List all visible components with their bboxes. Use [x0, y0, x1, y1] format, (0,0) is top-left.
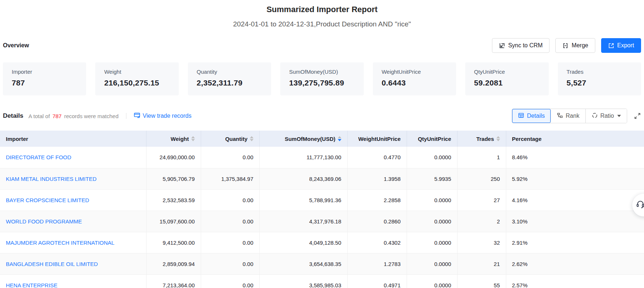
- importer-link[interactable]: WORLD FOOD PROGRAMME: [6, 218, 82, 225]
- sync-to-crm-button[interactable]: Sync to CRM: [492, 38, 549, 53]
- qty-unit-price-cell: 0.0000: [407, 232, 457, 253]
- sort-control-weight[interactable]: [191, 136, 195, 141]
- merge-button[interactable]: Merge: [555, 38, 595, 53]
- importer-link[interactable]: KIAM METAL INDUSTRIES LIMITED: [6, 176, 97, 182]
- weight-cell: 9,412,500.00: [146, 232, 201, 253]
- card-value: 2,352,311.79: [197, 79, 262, 87]
- percentage-cell: 2.57%: [506, 274, 644, 288]
- merge-label: Merge: [571, 42, 588, 49]
- importer-link[interactable]: BAYER CROPSCIENCE LIMITED: [6, 197, 89, 203]
- overview-card-quantity: Quantity 2,352,311.79: [188, 62, 271, 95]
- table-header-row: Importer Weight Quantity SumOfMoney(USD)…: [0, 131, 644, 147]
- report-actions: Sync to CRM Merge Export: [492, 38, 641, 53]
- quantity-cell: 0.00: [201, 189, 259, 211]
- overview-section-title: Overview: [3, 42, 29, 49]
- card-value: 139,275,795.89: [289, 79, 355, 87]
- report-subtitle: 2024-01-01 to 2024-12-31,Product Descrip…: [0, 20, 644, 29]
- column-label: Weight: [171, 136, 189, 142]
- export-button[interactable]: Export: [601, 38, 641, 53]
- card-label: Quantity: [197, 69, 262, 75]
- sum-of-money-cell: 8,243,369.06: [259, 168, 347, 189]
- weight-unit-price-cell: 1.2783: [347, 253, 407, 274]
- quantity-cell: 0.00: [201, 147, 259, 168]
- percentage-cell: 4.16%: [506, 189, 644, 211]
- view-trade-records-link[interactable]: View trade records: [134, 112, 192, 120]
- overview-card-importer: Importer 787: [3, 62, 86, 95]
- weight-cell: 7,213,364.00: [146, 274, 201, 288]
- card-label: Trades: [567, 69, 632, 75]
- view-switcher: Details Rank Ratio: [512, 109, 627, 123]
- sum-of-money-cell: 11,777,130.00: [259, 147, 347, 168]
- overview-card-qty-unit-price: QtyUnitPrice 59.2081: [465, 62, 548, 95]
- sum-of-money-cell: 3,654,638.35: [259, 253, 347, 274]
- fullscreen-button[interactable]: [634, 112, 641, 120]
- details-toolbar-right: Details Rank Ratio: [512, 109, 641, 123]
- importer-link[interactable]: DIRECTORATE OF FOOD: [6, 154, 71, 160]
- view-details-label: Details: [527, 113, 545, 119]
- table-row: DIRECTORATE OF FOOD 24,690,000.00 0.00 1…: [0, 147, 644, 168]
- column-header-percentage: Percentage: [506, 131, 644, 147]
- importer-link[interactable]: HENA ENTERPRISE: [6, 282, 58, 288]
- weight-cell: 2,859,009.94: [146, 253, 201, 274]
- table-row: HENA ENTERPRISE 7,213,364.00 0.00 3,585,…: [0, 274, 644, 288]
- column-header-weight: Weight: [146, 131, 201, 147]
- quantity-cell: 0.00: [201, 274, 259, 288]
- view-rank-button[interactable]: Rank: [551, 109, 585, 123]
- trades-cell: 1: [457, 147, 506, 168]
- percentage-cell: 3.10%: [506, 211, 644, 232]
- table-row: MAJUMDER AGROTECH INTERNATIONAL 9,412,50…: [0, 232, 644, 253]
- card-label: QtyUnitPrice: [474, 69, 540, 75]
- card-value: 59.2081: [474, 79, 540, 87]
- column-label: Trades: [476, 136, 494, 142]
- overview-toolbar: Overview Sync to CRM Merge: [3, 38, 641, 53]
- view-trade-records-label: View trade records: [143, 113, 192, 119]
- quantity-cell: 1,375,384.97: [201, 168, 259, 189]
- view-rank-label: Rank: [566, 113, 579, 119]
- details-toolbar: Details A total of 787 records were matc…: [3, 109, 641, 123]
- card-label: WeightUnitPrice: [382, 69, 447, 75]
- column-header-trades: Trades: [457, 131, 506, 147]
- table-row: BAYER CROPSCIENCE LIMITED 2,532,583.59 0…: [0, 189, 644, 211]
- ratio-view-icon: [592, 112, 598, 120]
- column-label: Quantity: [225, 136, 248, 142]
- weight-unit-price-cell: 0.2860: [347, 211, 407, 232]
- match-summary: A total of 787 records were matched: [29, 113, 119, 119]
- quantity-cell: 0.00: [201, 253, 259, 274]
- sync-to-crm-icon: [499, 43, 505, 49]
- sort-control-trades[interactable]: [496, 136, 500, 141]
- chevron-down-icon: [617, 115, 621, 117]
- sort-control-quantity[interactable]: [250, 136, 253, 141]
- sum-of-money-cell: 4,317,976.18: [259, 211, 347, 232]
- trades-cell: 250: [457, 168, 506, 189]
- quantity-cell: 0.00: [201, 211, 259, 232]
- card-value: 5,527: [567, 79, 632, 87]
- weight-cell: 24,690,000.00: [146, 147, 201, 168]
- view-details-button[interactable]: Details: [512, 109, 551, 123]
- weight-cell: 2,532,583.59: [146, 189, 201, 211]
- table-row: KIAM METAL INDUSTRIES LIMITED 5,905,706.…: [0, 168, 644, 189]
- card-label: Importer: [12, 69, 77, 75]
- qty-unit-price-cell: 0.0000: [407, 253, 457, 274]
- overview-cards: Importer 787 Weight 216,150,275.15 Quant…: [3, 62, 641, 95]
- qty-unit-price-cell: 5.9935: [407, 168, 457, 189]
- page-title: Summarized Importer Report: [0, 4, 644, 15]
- overview-card-trades: Trades 5,527: [558, 62, 641, 95]
- details-toolbar-left: Details A total of 787 records were matc…: [3, 112, 192, 120]
- importer-link[interactable]: BANGLADESH EDIBLE OIL LIMITED: [6, 261, 98, 267]
- card-value: 787: [12, 79, 77, 87]
- view-ratio-button[interactable]: Ratio: [586, 109, 627, 123]
- column-header-importer: Importer: [0, 131, 146, 147]
- trades-cell: 32: [457, 232, 506, 253]
- percentage-cell: 8.46%: [506, 147, 644, 168]
- importer-link[interactable]: MAJUMDER AGROTECH INTERNATIONAL: [6, 240, 114, 246]
- quantity-cell: 0.00: [201, 232, 259, 253]
- card-label: Weight: [104, 69, 170, 75]
- report-header: Summarized Importer Report 2024-01-01 to…: [0, 0, 644, 29]
- details-section-title: Details: [3, 112, 23, 120]
- column-header-quantity: Quantity: [201, 131, 259, 147]
- sort-control-sum-of-money[interactable]: [338, 136, 341, 141]
- percentage-cell: 2.62%: [506, 253, 644, 274]
- headset-icon: [636, 200, 644, 211]
- table-row: BANGLADESH EDIBLE OIL LIMITED 2,859,009.…: [0, 253, 644, 274]
- weight-unit-price-cell: 1.3958: [347, 168, 407, 189]
